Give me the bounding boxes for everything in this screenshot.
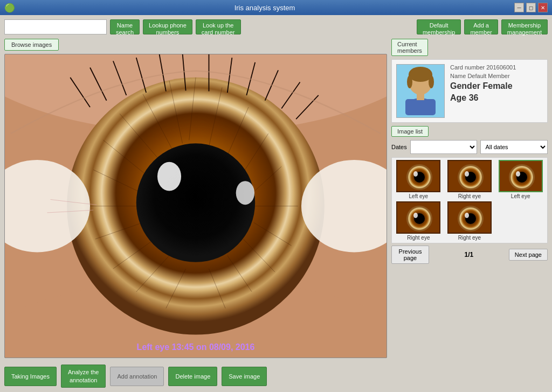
thumbnail-label: Left eye [409,193,429,199]
thumbnail-item[interactable]: Left eye [394,160,443,199]
toolbar: Name search Lookup phone numbers Look up… [4,19,548,34]
pagination: Previous page 1/1 Next page [391,246,548,264]
thumbnail-label: Left eye [511,193,530,199]
minimize-button[interactable]: ─ [514,3,524,12]
title-bar: 🟢 Iris analysis system ─ ◻ ✕ [0,0,552,15]
next-page-button[interactable]: Next page [509,249,548,261]
thumbnail-image [499,160,543,192]
member-card: Card number 201606001 Name Default Membe… [391,59,548,123]
main-content: Name search Lookup phone numbers Look up… [0,15,552,392]
member-info: Card number 201606001 Name Default Membe… [450,64,543,105]
thumbnail-grid: Left eye [391,157,548,243]
svg-point-25 [157,162,181,191]
svg-point-26 [236,181,254,205]
right-panel: Current members [391,39,548,388]
svg-point-69 [465,213,469,218]
dates-label: Dates [391,140,407,154]
taking-images-button[interactable]: Taking Images [4,367,57,386]
eye-image-container: Left eye 13:45 on 08/09, 2016 [4,54,387,358]
left-panel: Browse images [4,39,387,388]
thumbnail-item[interactable]: Right eye [445,201,494,241]
default-membership-button[interactable]: Default membership [417,19,461,34]
current-members-label: Current members [391,39,428,56]
svg-point-61 [516,171,520,177]
eye-image [5,54,387,358]
search-input[interactable] [4,19,107,34]
all-dates-select[interactable]: All dates [480,140,548,154]
image-list-section: Image list Dates All dates [391,126,548,264]
thumbnail-image [396,201,440,234]
image-list-label: Image list [391,126,429,137]
bottom-toolbar: Taking Images Analyze the annotation Add… [4,365,387,388]
membership-management-button[interactable]: Membership management [501,19,548,34]
svg-point-46 [429,75,434,88]
svg-point-57 [465,171,469,177]
analyze-annotation-button[interactable]: Analyze the annotation [61,365,106,388]
top-right-buttons: Default membership Add a member Membersh… [417,19,548,34]
lookup-phone-button[interactable]: Lookup phone numbers [143,19,192,34]
window-title: Iris analysis system [15,4,514,12]
thumbnail-label: Right eye [407,235,430,241]
save-image-button[interactable]: Save image [222,367,267,386]
svg-point-24 [136,143,255,262]
member-name: Name Default Member [450,73,543,79]
thumbnail-image [447,160,492,192]
svg-point-53 [413,171,418,177]
svg-point-65 [413,213,418,218]
svg-rect-44 [409,74,432,80]
add-annotation-button[interactable]: Add annotation [110,367,164,386]
svg-rect-49 [417,93,424,100]
previous-page-button[interactable]: Previous page [391,246,429,264]
thumbnail-label: Right eye [458,193,481,199]
svg-point-45 [407,75,412,88]
eye-label: Left eye 13:45 on 08/09, 2016 [137,342,255,352]
name-search-button[interactable]: Name search [110,19,140,34]
card-number: Card number 201606001 [450,64,543,71]
thumbnail-item[interactable]: Right eye [445,160,494,199]
delete-image-button[interactable]: Delete image [168,367,217,386]
thumbnail-label: Right eye [458,235,481,241]
dates-select[interactable] [410,140,478,154]
page-number: 1/1 [433,251,505,258]
body-area: Browse images [4,39,548,388]
app-icon: 🟢 [4,3,15,13]
thumbnail-item[interactable]: Right eye [394,201,443,241]
avatar-image [399,67,442,115]
window-controls: ─ ◻ ✕ [514,3,548,12]
browse-btn-row: Browse images [4,39,387,51]
thumbnail-image [396,160,440,192]
lookup-card-button[interactable]: Look up the card number [196,19,241,34]
svg-rect-48 [405,99,436,115]
browse-images-button[interactable]: Browse images [4,39,59,51]
thumbnail-item[interactable]: Left eye [496,160,545,199]
close-button[interactable]: ✕ [538,3,548,12]
member-avatar [396,64,445,118]
member-age: Age 36 [450,93,543,103]
member-section: Current members [391,39,548,123]
thumbnail-image [447,201,492,234]
add-member-button[interactable]: Add a member [464,19,498,34]
restore-button[interactable]: ◻ [526,3,536,12]
image-list-header: Dates All dates [391,140,548,154]
member-gender: Gender Female [450,81,543,91]
